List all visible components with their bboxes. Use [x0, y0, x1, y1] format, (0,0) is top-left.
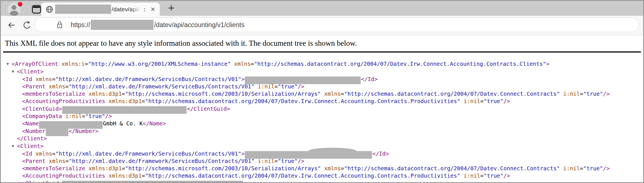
- xml-tag: />: [298, 158, 304, 164]
- xml-val: "true": [85, 113, 105, 119]
- url-path: /datev/api/accounting/v1/clients: [154, 21, 245, 29]
- browser-tab[interactable]: /datev/api/ac ✕: [41, 3, 160, 16]
- xml-eq: =: [122, 165, 125, 172]
- xml-tag: <Client>: [17, 143, 44, 149]
- xml-eq: =: [65, 83, 69, 90]
- xml-eq: =: [142, 173, 145, 179]
- xml-att: xmlns: [231, 61, 250, 67]
- xml-tag: />: [603, 91, 610, 97]
- xml-att: xmlns: [32, 151, 52, 157]
- xml-tree: ▼<ArrayOfClient xmlns:i="http://www.w3.o…: [3, 53, 643, 183]
- xml-eq: =: [52, 76, 55, 82]
- xml-tag: <membersToSerialize: [22, 91, 85, 97]
- tab-actions-icon[interactable]: [32, 5, 41, 14]
- xml-line: <AccountingProductivities xmlns:d3p1="ht…: [3, 98, 643, 105]
- xml-att: xmlns: [46, 83, 65, 90]
- redaction-box: [62, 181, 243, 183]
- xml-att: i:nil: [254, 158, 274, 164]
- xml-eq: =: [275, 83, 278, 90]
- xml-tag: />: [105, 113, 112, 119]
- xml-tag: </ClientGuid>: [187, 106, 230, 112]
- xml-tag: <Name: [22, 120, 39, 127]
- xml-tag: >: [241, 76, 245, 82]
- xml-att: xmlns: [321, 165, 341, 172]
- xml-tag: </Id>: [372, 151, 389, 157]
- xml-att: xmlns:d3p1: [105, 173, 142, 179]
- xml-tag: <CompanyData: [22, 113, 62, 119]
- xml-val: "http://schemas.datacontract.org/2004/07…: [254, 61, 546, 67]
- xml-att: i:nil: [560, 165, 580, 172]
- reload-button[interactable]: [22, 21, 31, 30]
- xml-eq: =: [341, 165, 344, 172]
- xml-eq: =: [580, 165, 583, 172]
- avatar-head: [12, 5, 16, 10]
- xml-eq: =: [122, 91, 125, 97]
- collapse-arrow-icon[interactable]: ▼: [12, 68, 17, 75]
- xml-att: xmlns:d3p1: [85, 91, 122, 97]
- xml-line: <CompanyData i:nil="true"/>: [3, 113, 643, 120]
- xml-val: "true": [583, 91, 603, 97]
- xml-val: "true": [483, 98, 503, 104]
- xml-val: "true": [278, 158, 298, 164]
- xml-eq: =: [480, 173, 484, 179]
- xml-tag: />: [503, 98, 510, 104]
- xml-tag: </Id>: [361, 76, 378, 82]
- back-button[interactable]: [7, 21, 16, 30]
- xml-eq: =: [82, 113, 85, 119]
- xml-att: i:nil: [560, 91, 580, 97]
- browser-window: /datev/api/ac ✕ + https:// /datev/api/ac…: [0, 0, 644, 183]
- xml-tag: <Id: [22, 151, 32, 157]
- redaction-box: [245, 151, 372, 159]
- xml-tag: <ClientGuid>: [22, 180, 62, 183]
- xml-val: "true": [483, 173, 503, 179]
- tab-close-button[interactable]: ✕: [150, 6, 155, 13]
- xml-line: <NameGmbH & Co. K</Name>: [3, 120, 643, 127]
- xml-tag: >: [546, 61, 550, 67]
- xml-tag: <AccountingProductivities: [22, 98, 105, 104]
- xml-val: "http://schemas.datacontract.org/2004/07…: [145, 98, 460, 104]
- xml-line: <ClientGuid></ClientGuid>: [3, 105, 643, 113]
- url-protocol: https://: [71, 21, 90, 29]
- notification-dot: [18, 2, 22, 6]
- tab-title-fade: [131, 5, 144, 14]
- xml-att: xmlns:d3p1: [85, 165, 122, 172]
- xml-val: "http://schemas.datacontract.org/2004/07…: [344, 165, 560, 172]
- xml-val: "http://www.w3.org/2001/XMLSchema-instan…: [88, 61, 231, 67]
- xml-line: ▼<ArrayOfClient xmlns:i="http://www.w3.o…: [3, 60, 643, 68]
- collapse-arrow-icon[interactable]: ▼: [12, 142, 17, 150]
- page-content: This XML file does not appear to have an…: [1, 35, 643, 183]
- xml-line: <AccountingProductivities xmlns:d3p1="ht…: [3, 172, 643, 180]
- collapse-arrow-icon[interactable]: ▼: [7, 60, 12, 67]
- xml-att: i:nil: [254, 83, 274, 90]
- xml-eq: =: [480, 98, 484, 104]
- xml-eq: =: [65, 158, 69, 164]
- xml-val: "true": [583, 165, 603, 172]
- xml-line: <membersToSerialize xmlns:d3p1="http://s…: [3, 90, 643, 98]
- tab-bar: /datev/api/ac ✕ +: [1, 1, 643, 16]
- xml-tag: <Id: [22, 76, 32, 82]
- xml-tag: <ClientGuid>: [22, 106, 62, 112]
- xml-line: </Client>: [3, 135, 643, 142]
- xml-att: xmlns: [321, 91, 341, 97]
- xml-val: "http://schemas.microsoft.com/2003/10/Se…: [125, 165, 321, 172]
- lock-icon: [57, 21, 63, 29]
- xml-line: ▼<Client>: [3, 68, 643, 75]
- xml-att: xmlns:i: [58, 61, 85, 67]
- xml-tag: />: [503, 173, 510, 179]
- xml-eq: =: [52, 151, 55, 157]
- address-bar[interactable]: https:// /datev/api/accounting/v1/client…: [34, 18, 639, 32]
- xml-val: "http://schemas.datacontract.org/2004/07…: [145, 173, 460, 179]
- xml-val: "true": [278, 83, 298, 90]
- new-tab-button[interactable]: +: [165, 2, 178, 15]
- xml-eq: =: [85, 61, 88, 67]
- xml-tag: />: [298, 83, 304, 90]
- xml-tag: />: [603, 165, 610, 172]
- xml-tag: <ArrayOfClient: [12, 61, 58, 67]
- redaction-box: [46, 128, 68, 136]
- xml-tag: <Parent: [22, 158, 46, 164]
- xml-tag: <membersToSerialize: [22, 165, 85, 172]
- xml-line: <membersToSerialize xmlns:d3p1="http://s…: [3, 165, 643, 172]
- xml-tag: >: [241, 151, 245, 157]
- xml-att: i:nil: [460, 173, 480, 179]
- xml-line: <ClientGuid>: [3, 180, 643, 183]
